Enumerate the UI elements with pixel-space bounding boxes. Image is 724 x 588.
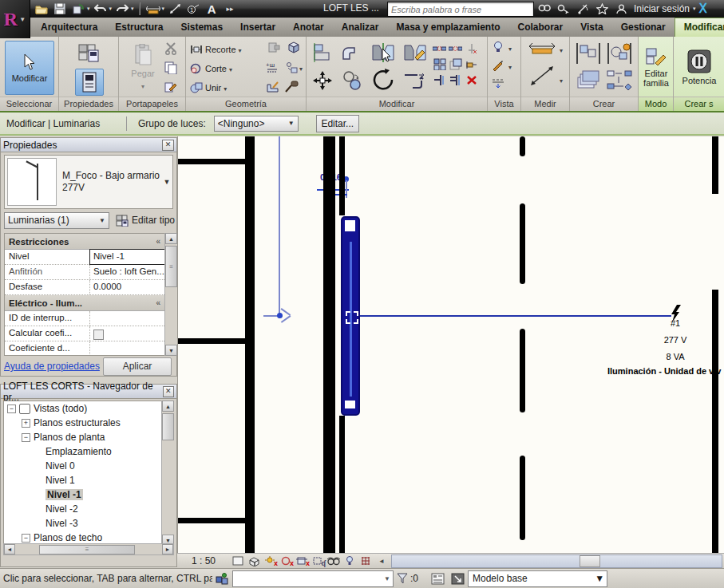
- tree-item-planos-estructurales[interactable]: + Planos estructurales: [4, 416, 164, 430]
- panel-label-vista[interactable]: Vista: [488, 97, 520, 111]
- wall-dashed-seg-3[interactable]: [520, 329, 525, 412]
- type-selector-arrow-icon[interactable]: ▼: [161, 178, 172, 186]
- favorites-icon[interactable]: [594, 2, 610, 16]
- tab-arquitectura[interactable]: Arquitectura: [32, 18, 106, 37]
- cope-dropdown-icon[interactable]: [229, 64, 232, 73]
- unjoin-icon[interactable]: [285, 61, 299, 74]
- section-electrico-ilum[interactable]: Eléctrico - Ilum...«: [5, 295, 164, 311]
- design-options-editor-icon[interactable]: [431, 573, 445, 585]
- shadows-icon[interactable]: x: [278, 554, 294, 567]
- tab-sistemas[interactable]: Sistemas: [172, 18, 231, 37]
- tab-insertar[interactable]: Insertar: [231, 18, 284, 37]
- trim-multiple-icon[interactable]: [449, 73, 462, 87]
- cope-button[interactable]: Corte: [190, 59, 232, 78]
- properties-help-link[interactable]: Ayuda de propiedades: [4, 361, 100, 372]
- panel-label-crear-sistemas[interactable]: Crear s: [674, 97, 724, 111]
- array-icon[interactable]: [433, 57, 446, 71]
- browser-scroll-up-icon[interactable]: ▲: [162, 401, 174, 412]
- sync-icon[interactable]: [70, 2, 86, 16]
- reveal-hidden-icon[interactable]: [326, 554, 342, 567]
- override-graphics-icon[interactable]: [491, 58, 504, 72]
- wall-right-seg-1[interactable]: [712, 136, 718, 194]
- join-dropdown-icon[interactable]: [224, 83, 227, 93]
- mirror-icon[interactable]: [370, 41, 396, 64]
- design-option-select[interactable]: Modelo base ▼: [468, 570, 607, 587]
- geo-more-dropdown-icon[interactable]: [299, 63, 303, 73]
- tab-colaborar[interactable]: Colaborar: [509, 18, 572, 37]
- offset-icon[interactable]: [340, 41, 364, 64]
- section-restricciones[interactable]: Restricciones«: [5, 234, 164, 250]
- override-dropdown-icon[interactable]: [508, 61, 512, 71]
- paste-button[interactable]: Pegar: [127, 41, 159, 93]
- tab-gestionar[interactable]: Gestionar: [612, 18, 675, 37]
- cut-dropdown-icon[interactable]: [239, 45, 242, 54]
- overflow-icon[interactable]: ▸▸: [222, 2, 238, 16]
- undo-icon[interactable]: [93, 2, 109, 16]
- wall-dashed-seg-1[interactable]: [520, 136, 525, 156]
- browser-scroll-thumb[interactable]: [162, 413, 174, 440]
- application-menu-button[interactable]: R ▼: [0, 0, 30, 38]
- paste-dropdown-icon[interactable]: [141, 81, 144, 90]
- worksets-select[interactable]: ▼: [232, 570, 394, 587]
- crop-region-visibility-icon[interactable]: ʠ: [310, 554, 326, 567]
- copy-icon[interactable]: [164, 61, 177, 74]
- edit-group-button[interactable]: Editar...: [316, 115, 359, 132]
- type-selector[interactable]: M_Foco - Bajo armario 277V ▼: [4, 155, 173, 209]
- demolish-icon[interactable]: [285, 80, 299, 93]
- wall-dashed-seg-4[interactable]: [520, 456, 525, 540]
- tree-item-nivel-minus-1[interactable]: Nivel -1: [4, 487, 164, 502]
- param-value-coeficiente[interactable]: [90, 341, 164, 356]
- tree-item-emplazamiento[interactable]: Emplazamiento: [4, 444, 164, 459]
- align-icon[interactable]: [311, 41, 334, 64]
- copy-element-icon[interactable]: [340, 69, 364, 93]
- param-value-desfase[interactable]: 0.0000: [90, 280, 164, 294]
- signin-dropdown-icon[interactable]: ▾: [693, 6, 696, 12]
- join-button[interactable]: Unir: [190, 78, 227, 97]
- cut-profile-button[interactable]: Recorte: [190, 40, 242, 59]
- wall-dashed-seg-2[interactable]: [520, 203, 525, 284]
- analytical-model-icon[interactable]: [358, 554, 374, 567]
- selected-light-fixture[interactable]: [341, 216, 360, 416]
- tag-icon[interactable]: 1: [185, 2, 201, 16]
- reference-origin-dot[interactable]: [277, 313, 283, 318]
- unpin-icon[interactable]: [465, 41, 478, 55]
- wall-horizontal-2[interactable]: [178, 338, 255, 344]
- pin-icon[interactable]: [465, 57, 478, 71]
- type-properties-button[interactable]: [75, 40, 102, 65]
- create-group-icon[interactable]: [575, 41, 602, 66]
- edit-type-button[interactable]: Editar tipo: [116, 215, 175, 227]
- move-handle-icon[interactable]: [346, 311, 358, 324]
- trim-extend-icon[interactable]: [402, 69, 428, 93]
- wall-vertical-3-lower[interactable]: [339, 416, 345, 553]
- properties-title-bar[interactable]: Propiedades ✕: [1, 138, 176, 152]
- visual-style-icon[interactable]: [246, 554, 262, 567]
- close-icon[interactable]: ✕: [162, 140, 174, 151]
- tree-item-nivel-minus-3[interactable]: Nivel -3: [4, 516, 164, 531]
- browser-title-bar[interactable]: LOFT LES CORTS - Navegador de pr... ✕: [1, 385, 176, 399]
- create-similar-icon[interactable]: [605, 41, 634, 66]
- split-with-gap-icon[interactable]: [449, 41, 462, 55]
- redo-dropdown-icon[interactable]: ▾: [131, 6, 134, 12]
- tab-anotar[interactable]: Anotar: [284, 18, 333, 37]
- param-value-nivel[interactable]: Nivel -1: [90, 250, 164, 264]
- worksets-icon[interactable]: [216, 572, 229, 585]
- create-assembly-icon[interactable]: [575, 69, 602, 93]
- open-icon[interactable]: [34, 2, 49, 16]
- apply-button[interactable]: Aplicar: [103, 357, 172, 376]
- scale-button[interactable]: 1 : 50: [192, 555, 230, 566]
- collapse-expander3-icon[interactable]: −: [22, 534, 30, 543]
- panel-label-propiedades[interactable]: Propiedades: [59, 97, 118, 111]
- offset-copy-icon[interactable]: +ш: [266, 61, 279, 74]
- circuit-line[interactable]: [360, 315, 671, 317]
- rotate-icon[interactable]: [370, 67, 396, 93]
- hide-element-icon[interactable]: [491, 40, 504, 53]
- tree-item-planos-de-planta[interactable]: − Planos de planta: [4, 430, 164, 444]
- collapse-expander2-icon[interactable]: −: [22, 433, 30, 442]
- detail-level-icon[interactable]: [230, 554, 246, 567]
- redo-icon[interactable]: [114, 2, 130, 16]
- drawing-area[interactable]: #1 277 V 8 VA Iluminación - Unidad de vi…: [177, 136, 724, 553]
- panel-label-geometria[interactable]: Geometría: [186, 97, 306, 111]
- viewbar-collapse-icon[interactable]: ◄: [378, 558, 385, 565]
- scroll-right-icon[interactable]: ►: [162, 544, 173, 554]
- measure-dropdown-icon[interactable]: ▾: [162, 6, 165, 12]
